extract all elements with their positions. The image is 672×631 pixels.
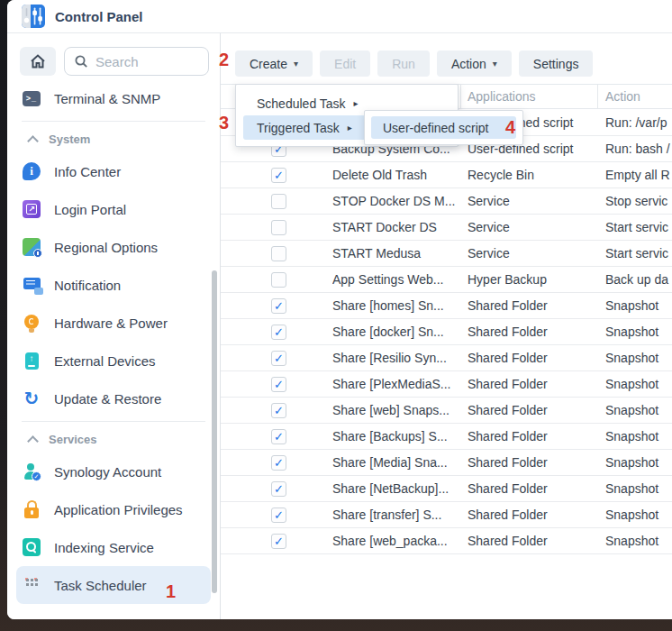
task-action: Back up da — [605, 272, 672, 287]
notification-icon — [23, 278, 41, 289]
column-header-action[interactable]: Action — [598, 85, 672, 108]
task-checkbox[interactable] — [271, 272, 286, 288]
sidebar-item-login-portal[interactable]: ↗ Login Portal — [7, 190, 220, 228]
sidebar-item-external-devices[interactable]: ↑ External Devices — [7, 342, 220, 380]
task-action: Start servic — [605, 246, 672, 261]
task-application: Recycle Bin — [468, 168, 605, 182]
table-row[interactable]: STOP Docker DS M... Service Stop servic — [221, 188, 672, 215]
table-row[interactable]: ✓ Share [web_packa... Shared Folder Snap… — [221, 528, 672, 554]
task-checkbox[interactable]: ✓ — [271, 429, 286, 444]
button-label: Settings — [533, 57, 579, 71]
search-input[interactable] — [95, 54, 186, 69]
task-application: Shared Folder — [468, 508, 605, 522]
sidebar-item-label: Login Portal — [54, 202, 126, 217]
task-application: Service — [468, 220, 605, 234]
task-name: Share [Resilio Syn... — [332, 351, 468, 365]
sidebar-item-application-privileges[interactable]: Application Privileges — [7, 490, 220, 528]
task-action: Run: bash / — [605, 142, 672, 156]
task-checkbox[interactable] — [271, 194, 286, 209]
sidebar-section-system[interactable]: System — [7, 125, 220, 152]
button-label: Edit — [334, 57, 356, 71]
table-row[interactable]: ✓ Share [Resilio Syn... Shared Folder Sn… — [221, 345, 672, 371]
task-name: START Medusa — [332, 246, 468, 261]
settings-button[interactable]: Settings — [519, 50, 594, 77]
sidebar-section-services[interactable]: Services — [7, 425, 220, 453]
task-checkbox[interactable]: ✓ — [271, 298, 286, 314]
create-button[interactable]: Create ▾ — [235, 50, 313, 77]
table-row[interactable]: ✓ Share [Backups] S... Shared Folder Sna… — [221, 424, 672, 450]
table-row[interactable]: ✓ Share [PlexMediaS... Shared Folder Sna… — [221, 371, 672, 398]
task-name: Share [Backups] S... — [332, 429, 468, 444]
task-checkbox[interactable]: ✓ — [271, 377, 286, 392]
task-checkbox[interactable]: ✓ — [271, 508, 286, 523]
task-action: Snapshot — [605, 481, 672, 496]
table-row[interactable]: ✓ Share [NetBackup]... Shared Folder Sna… — [221, 476, 672, 502]
action-button[interactable]: Action ▾ — [437, 50, 512, 77]
task-application: Shared Folder — [468, 455, 605, 470]
task-checkbox[interactable]: ✓ — [271, 403, 286, 418]
task-action: Snapshot — [605, 403, 672, 417]
home-button[interactable] — [20, 47, 56, 76]
regional-options-icon — [23, 238, 41, 256]
task-action: Snapshot — [605, 377, 672, 391]
caret-down-icon: ▾ — [294, 59, 298, 69]
sidebar-item-synology-account[interactable]: ✓ Synology Account — [7, 453, 220, 490]
hardware-power-icon — [24, 315, 39, 329]
table-row[interactable]: ✓ Delete Old Trash Recycle Bin Empty all… — [221, 162, 672, 188]
task-application: Hyper Backup — [468, 272, 605, 287]
column-header-applications[interactable]: Applications — [461, 85, 598, 108]
task-checkbox[interactable]: ✓ — [271, 534, 286, 549]
task-checkbox[interactable]: ✓ — [271, 455, 286, 471]
sidebar-item-info-center[interactable]: i Info Center — [7, 152, 220, 190]
sidebar-item-task-scheduler[interactable]: Task Scheduler — [16, 566, 211, 604]
task-name: Share [web_packa... — [332, 534, 468, 548]
task-name: Delete Old Trash — [332, 168, 468, 182]
sidebar-item-terminal-snmp[interactable]: >_ Terminal & SNMP — [7, 79, 220, 117]
table-row[interactable]: ✓ Share [homes] Sn... Shared Folder Snap… — [221, 293, 672, 319]
task-action: Snapshot — [605, 508, 672, 522]
update-restore-icon: ↻ — [24, 389, 40, 407]
task-checkbox[interactable] — [271, 220, 286, 235]
task-name: START Docker DS — [332, 220, 468, 234]
sidebar-item-label: Regional Options — [54, 240, 158, 255]
info-center-icon: i — [23, 162, 41, 180]
section-label: Services — [49, 433, 97, 446]
home-icon — [28, 51, 48, 71]
search-box[interactable] — [64, 47, 209, 76]
login-portal-icon: ↗ — [23, 200, 41, 218]
task-checkbox[interactable] — [271, 246, 286, 261]
table-row[interactable]: START Docker DS Service Start servic — [221, 215, 672, 241]
sidebar-item-label: Indexing Service — [54, 540, 154, 555]
task-checkbox[interactable]: ✓ — [271, 325, 286, 340]
task-application: Shared Folder — [468, 298, 605, 313]
annotation-3: 3 — [219, 114, 229, 133]
sidebar-item-regional-options[interactable]: Regional Options — [7, 228, 220, 266]
table-row[interactable]: ✓ Share [web] Snaps... Shared Folder Sna… — [221, 398, 672, 424]
table-row[interactable]: ✓ Share [docker] Sn... Shared Folder Sna… — [221, 319, 672, 345]
sidebar-item-label: Application Privileges — [54, 502, 183, 517]
table-row[interactable]: ✓ Share [transfer] S... Shared Folder Sn… — [221, 502, 672, 528]
task-application: Shared Folder — [468, 429, 605, 444]
task-name: Share [PlexMediaS... — [332, 377, 468, 391]
task-application: Shared Folder — [468, 351, 605, 365]
task-checkbox[interactable]: ✓ — [271, 481, 286, 497]
table-row[interactable]: ✓ Share [Media] Sna... Shared Folder Sna… — [221, 450, 672, 476]
task-name: STOP Docker DS M... — [332, 194, 468, 208]
table-row[interactable]: App Settings Web... Hyper Backup Back up… — [221, 267, 672, 293]
table-row[interactable]: START Medusa Service Start servic — [221, 241, 672, 267]
external-devices-icon: ↑ — [25, 352, 39, 370]
sidebar-item-notification[interactable]: Notification — [7, 266, 220, 304]
task-checkbox[interactable]: ✓ — [271, 351, 286, 366]
task-action: Snapshot — [605, 325, 672, 339]
sidebar-item-indexing-service[interactable]: Indexing Service — [7, 528, 220, 566]
sidebar-item-update-restore[interactable]: ↻ Update & Restore — [7, 380, 220, 417]
task-action: Snapshot — [605, 351, 672, 365]
sidebar-item-hardware-power[interactable]: Hardware & Power — [7, 304, 220, 342]
section-label: System — [49, 133, 90, 146]
menu-item-user-defined-script[interactable]: User-defined script — [371, 116, 516, 139]
run-button: Run — [377, 50, 430, 77]
task-checkbox[interactable]: ✓ — [271, 168, 286, 183]
sidebar-item-label: Info Center — [54, 164, 121, 179]
control-panel-window: Control Panel >_ — [7, 0, 672, 619]
sidebar-scrollbar[interactable] — [212, 270, 217, 593]
